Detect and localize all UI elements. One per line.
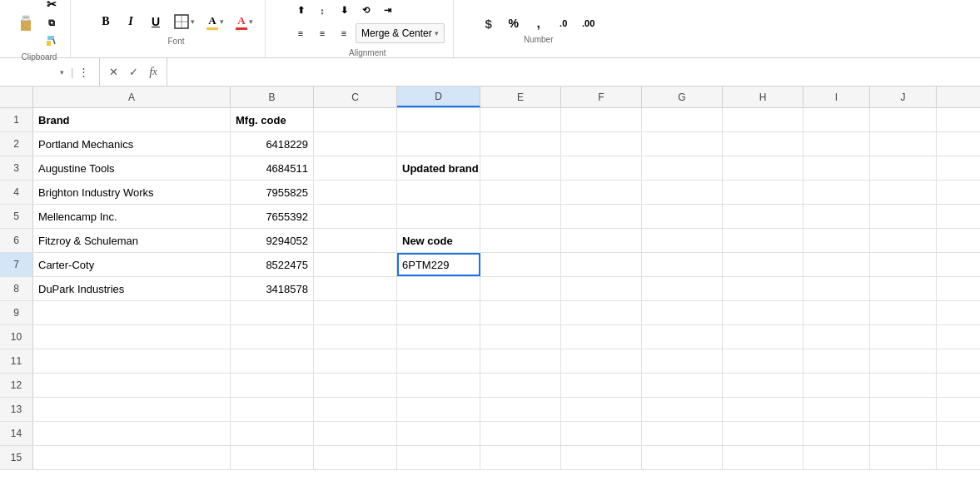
cell-B2[interactable]: 6418229: [231, 132, 314, 156]
cell-B6[interactable]: 9294052: [231, 229, 314, 252]
border-button[interactable]: ▾: [171, 12, 198, 31]
cell-G3[interactable]: [642, 156, 723, 180]
orientation-button[interactable]: ⟲: [356, 1, 376, 21]
cell-C4[interactable]: [314, 181, 397, 204]
cell-C9[interactable]: [314, 301, 397, 324]
cell-F15[interactable]: [561, 446, 642, 469]
cell-G5[interactable]: [642, 205, 723, 228]
cell-I8[interactable]: [803, 277, 870, 300]
row-num-11[interactable]: 11: [0, 349, 33, 373]
cell-H2[interactable]: [723, 132, 803, 156]
cell-E9[interactable]: [480, 301, 561, 324]
cell-B9[interactable]: [231, 301, 314, 324]
cell-C1[interactable]: [314, 108, 397, 131]
row-num-10[interactable]: 10: [0, 325, 33, 349]
cell-D6[interactable]: New code: [397, 229, 480, 252]
col-header-H[interactable]: H: [723, 87, 803, 107]
cell-D14[interactable]: [397, 422, 480, 445]
cell-C2[interactable]: [314, 132, 397, 156]
cell-ref-dropdown-icon[interactable]: ▾: [60, 68, 64, 77]
cell-G8[interactable]: [642, 277, 723, 300]
cell-C13[interactable]: [314, 398, 397, 421]
cell-I6[interactable]: [803, 229, 870, 252]
col-header-G[interactable]: G: [642, 87, 723, 107]
row-num-7[interactable]: 7: [0, 253, 33, 276]
cell-E14[interactable]: [480, 422, 561, 445]
cell-F10[interactable]: [561, 325, 642, 349]
cell-F2[interactable]: [561, 132, 642, 156]
decrease-decimal-button[interactable]: .00: [579, 13, 599, 33]
cell-H8[interactable]: [723, 277, 803, 300]
cell-J3[interactable]: [870, 156, 937, 180]
cell-E2[interactable]: [480, 132, 561, 156]
cell-B10[interactable]: [231, 325, 314, 349]
align-top-button[interactable]: ⬆: [291, 1, 311, 21]
col-header-I[interactable]: I: [803, 87, 870, 107]
cell-B12[interactable]: [231, 374, 314, 397]
cell-H15[interactable]: [723, 446, 803, 469]
align-left-button[interactable]: ≡: [291, 23, 311, 43]
cell-F3[interactable]: [561, 156, 642, 180]
row-num-12[interactable]: 12: [0, 374, 33, 397]
cell-D11[interactable]: [397, 349, 480, 373]
formula-input[interactable]: =REPLACE(B2,2,3,"PTM"): [167, 66, 980, 78]
cell-H1[interactable]: [723, 108, 803, 131]
cell-D4[interactable]: [397, 181, 480, 204]
cell-H14[interactable]: [723, 422, 803, 445]
cell-G11[interactable]: [642, 349, 723, 373]
cell-E8[interactable]: [480, 277, 561, 300]
cell-J14[interactable]: [870, 422, 937, 445]
cell-C11[interactable]: [314, 349, 397, 373]
italic-button[interactable]: I: [121, 12, 141, 32]
col-header-F[interactable]: F: [561, 87, 642, 107]
cell-F11[interactable]: [561, 349, 642, 373]
underline-button[interactable]: U: [146, 12, 166, 32]
col-header-E[interactable]: E: [480, 87, 561, 107]
cell-I13[interactable]: [803, 398, 870, 421]
row-num-14[interactable]: 14: [0, 422, 33, 445]
cell-G9[interactable]: [642, 301, 723, 324]
row-num-5[interactable]: 5: [0, 205, 33, 228]
cell-H10[interactable]: [723, 325, 803, 349]
cell-A15[interactable]: [33, 446, 231, 469]
cell-C6[interactable]: [314, 229, 397, 252]
indent-button[interactable]: ⇥: [377, 1, 397, 21]
cell-J6[interactable]: [870, 229, 937, 252]
row-num-4[interactable]: 4: [0, 181, 33, 204]
cell-H6[interactable]: [723, 229, 803, 252]
row-num-15[interactable]: 15: [0, 446, 33, 469]
cell-I14[interactable]: [803, 422, 870, 445]
row-num-3[interactable]: 3: [0, 156, 33, 180]
cell-J15[interactable]: [870, 446, 937, 469]
cell-B14[interactable]: [231, 422, 314, 445]
cell-B5[interactable]: 7655392: [231, 205, 314, 228]
cell-H5[interactable]: [723, 205, 803, 228]
cell-A9[interactable]: [33, 301, 231, 324]
cell-D8[interactable]: [397, 277, 480, 300]
cell-E15[interactable]: [480, 446, 561, 469]
cell-G14[interactable]: [642, 422, 723, 445]
cell-F9[interactable]: [561, 301, 642, 324]
cell-B1[interactable]: Mfg. code: [231, 108, 314, 131]
cell-J4[interactable]: [870, 181, 937, 204]
cell-D7[interactable]: 6PTM229: [397, 253, 480, 276]
highlight-color-button[interactable]: A ▾: [203, 12, 227, 32]
cell-A3[interactable]: Augustine Tools: [33, 156, 231, 180]
cell-I10[interactable]: [803, 325, 870, 349]
format-painter-button[interactable]: [42, 32, 62, 49]
cell-A8[interactable]: DuPark Industries: [33, 277, 231, 300]
cell-E3[interactable]: [480, 156, 561, 180]
cell-F14[interactable]: [561, 422, 642, 445]
cell-D5[interactable]: [397, 205, 480, 228]
font-color-button[interactable]: A ▾: [232, 12, 256, 32]
cell-H4[interactable]: [723, 181, 803, 204]
cell-E7[interactable]: [480, 253, 561, 276]
cell-D1[interactable]: [397, 108, 480, 131]
cell-F12[interactable]: [561, 374, 642, 397]
cell-H7[interactable]: [723, 253, 803, 276]
row-num-6[interactable]: 6: [0, 229, 33, 252]
cell-D10[interactable]: [397, 325, 480, 349]
cell-D13[interactable]: [397, 398, 480, 421]
col-header-B[interactable]: B: [231, 87, 314, 107]
row-num-2[interactable]: 2: [0, 132, 33, 156]
